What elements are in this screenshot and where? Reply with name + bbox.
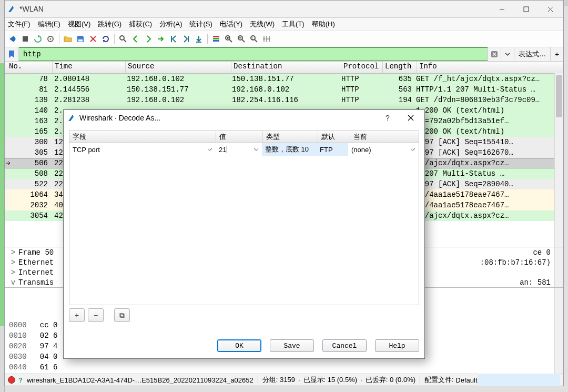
start-capture-icon[interactable] xyxy=(7,33,18,45)
colorize-icon[interactable] xyxy=(210,33,222,45)
svg-rect-0 xyxy=(524,7,529,12)
cancel-button[interactable]: Cancel xyxy=(322,339,367,352)
grid-col-type[interactable]: 类型 xyxy=(263,131,318,143)
cell-value-text: 21 xyxy=(219,146,226,154)
col-proto[interactable]: Protocol xyxy=(341,62,383,73)
conversation-marker-icon xyxy=(6,212,11,220)
status-profile-value[interactable]: Default xyxy=(455,376,477,384)
filter-history-icon[interactable] xyxy=(501,47,514,61)
zoom-out-icon[interactable] xyxy=(236,33,247,45)
auto-scroll-icon[interactable] xyxy=(193,33,205,45)
close-file-icon[interactable] xyxy=(87,33,99,45)
restart-capture-icon[interactable] xyxy=(32,33,44,45)
svg-rect-1 xyxy=(23,36,28,42)
reload-file-icon[interactable] xyxy=(100,33,111,45)
hex-row[interactable]: 0050 7a 3 xyxy=(9,373,563,374)
add-filter-button[interactable]: + xyxy=(550,47,563,61)
menu-stats[interactable]: 统计(S) xyxy=(189,19,212,29)
go-forward-icon[interactable] xyxy=(143,33,154,45)
find-packet-icon[interactable] xyxy=(117,33,129,45)
menu-telephony[interactable]: 电话(Y) xyxy=(220,19,242,29)
display-filter-field[interactable] xyxy=(19,47,488,61)
col-source[interactable]: Source xyxy=(126,62,231,73)
close-button[interactable] xyxy=(538,1,562,17)
table-row[interactable]: 812.144556150.138.151.77192.168.0.102HTT… xyxy=(5,84,563,95)
copy-row-button[interactable]: ⧉ xyxy=(114,308,130,322)
toolbar-sep xyxy=(114,34,115,44)
resize-columns-icon[interactable] xyxy=(261,33,272,45)
col-no[interactable]: No. xyxy=(5,62,53,73)
svg-text:1: 1 xyxy=(251,36,253,40)
save-button[interactable]: Save xyxy=(270,339,314,352)
go-back-icon[interactable] xyxy=(130,33,141,45)
display-filter-input[interactable] xyxy=(22,49,484,59)
conversation-marker-icon xyxy=(6,127,11,136)
go-to-packet-icon[interactable] xyxy=(155,33,167,45)
filter-bookmark-icon[interactable] xyxy=(5,47,19,61)
twisty-icon[interactable]: > xyxy=(10,248,16,257)
zoom-reset-icon[interactable]: 1 xyxy=(248,33,260,45)
minimize-button[interactable] xyxy=(490,1,514,17)
zoom-in-icon[interactable] xyxy=(223,33,235,45)
twisty-icon[interactable]: > xyxy=(10,268,16,277)
dropdown-icon[interactable] xyxy=(252,146,260,153)
hex-scrollbar[interactable] xyxy=(554,288,563,374)
stop-capture-icon[interactable] xyxy=(19,33,31,45)
details-scrollbar[interactable] xyxy=(554,247,563,287)
go-last-icon[interactable] xyxy=(180,33,192,45)
capture-options-icon[interactable] xyxy=(45,33,56,45)
svg-point-5 xyxy=(120,36,124,40)
expert-led-icon[interactable] xyxy=(8,376,15,384)
menu-wireless[interactable]: 无线(W) xyxy=(250,19,275,29)
grid-col-value[interactable]: 值 xyxy=(216,131,263,143)
col-dest[interactable]: Destination xyxy=(231,62,341,73)
menu-capture[interactable]: 捕获(C) xyxy=(129,19,152,29)
menu-help[interactable]: 帮助(H) xyxy=(312,19,335,29)
menu-go[interactable]: 跳转(G) xyxy=(98,19,121,29)
dropdown-icon[interactable] xyxy=(409,146,417,153)
dialog-help-button[interactable]: ? xyxy=(376,110,399,125)
status-profile-label: 配置文件: xyxy=(424,375,454,385)
col-length[interactable]: Length xyxy=(383,62,417,73)
dialog-close-button[interactable] xyxy=(399,110,422,125)
col-info[interactable]: Info xyxy=(417,62,563,73)
decode-as-row[interactable]: TCP port 21 整数，底数 10 FTP (none) xyxy=(69,143,419,156)
menu-edit[interactable]: 编辑(E) xyxy=(38,19,60,29)
bg-left-accent xyxy=(0,63,4,326)
conversation-marker-icon xyxy=(6,169,11,178)
save-file-icon[interactable] xyxy=(75,33,86,45)
table-row[interactable]: 782.080148192.168.0.102150.138.151.77HTT… xyxy=(5,74,563,84)
hex-row[interactable]: 0040 61 6 xyxy=(9,362,563,373)
col-time[interactable]: Time xyxy=(53,62,126,73)
remove-row-button[interactable]: − xyxy=(88,308,104,322)
grid-col-current[interactable]: 当前 xyxy=(350,131,419,143)
menu-view[interactable]: 视图(V) xyxy=(68,19,90,29)
status-help-icon[interactable]: ? xyxy=(18,376,23,384)
packet-list-scrollbar[interactable] xyxy=(554,73,563,247)
cell-value[interactable]: 21 xyxy=(216,143,262,156)
twisty-icon[interactable]: v xyxy=(10,278,16,287)
maximize-button[interactable] xyxy=(514,1,538,17)
menu-analyze[interactable]: 分析(A) xyxy=(159,19,182,29)
cell-type: 整数，底数 10 xyxy=(262,143,317,156)
ok-button[interactable]: OK xyxy=(217,339,261,352)
open-file-icon[interactable] xyxy=(62,33,74,45)
go-first-icon[interactable] xyxy=(168,33,179,45)
add-row-button[interactable]: + xyxy=(69,308,85,322)
expression-button[interactable]: 表达式… xyxy=(514,47,550,61)
grid-col-default[interactable]: 默认 xyxy=(318,131,350,143)
twisty-icon[interactable]: > xyxy=(10,258,16,267)
table-row[interactable]: 1392.281238192.168.0.102182.254.116.116H… xyxy=(5,95,563,105)
help-button[interactable]: Help xyxy=(375,339,419,352)
svg-point-3 xyxy=(50,38,52,40)
conversation-marker-icon xyxy=(6,190,11,199)
grid-col-field[interactable]: 字段 xyxy=(69,131,216,143)
packet-list-header[interactable]: No. Time Source Destination Protocol Len… xyxy=(5,62,563,74)
status-file: wireshark_E1BDA1D2-A3A1-474D-…E515B26_20… xyxy=(27,376,253,384)
cell-current[interactable]: (none) xyxy=(348,143,419,156)
menu-tools[interactable]: 工具(T) xyxy=(282,19,305,29)
menu-file[interactable]: 文件(F) xyxy=(8,19,31,29)
dropdown-icon[interactable] xyxy=(206,146,214,153)
cell-field[interactable]: TCP port xyxy=(69,143,216,156)
filter-clear-icon[interactable] xyxy=(488,47,501,61)
